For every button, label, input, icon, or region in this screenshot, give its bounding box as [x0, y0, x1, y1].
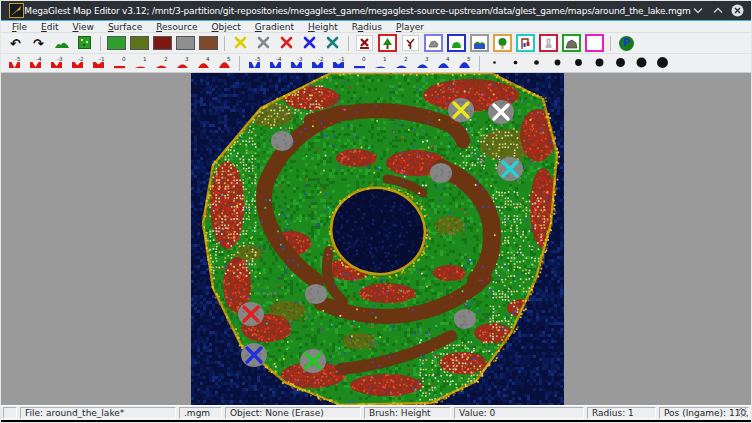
- toolbar-separator: [610, 36, 611, 51]
- menu-resource[interactable]: Resource: [149, 22, 204, 32]
- radius-6-button[interactable]: [590, 54, 609, 72]
- radius-8-button[interactable]: [632, 54, 651, 72]
- minimize-button[interactable]: [691, 4, 704, 17]
- menu-radius[interactable]: Radius: [345, 22, 389, 32]
- surface-texture-brush-button[interactable]: [74, 33, 95, 53]
- radius-9-button[interactable]: [653, 54, 672, 72]
- menu-surface[interactable]: Surface: [101, 22, 149, 32]
- height-brush-1-button[interactable]: 1: [131, 54, 150, 72]
- maximize-button[interactable]: [711, 4, 724, 17]
- object-bush-button[interactable]: [446, 33, 467, 53]
- svg-text:-4: -4: [36, 55, 42, 61]
- object-tree-button[interactable]: [377, 33, 398, 53]
- status-pos-text: Pos (Ingame): 110,5 (220,10): [664, 408, 749, 418]
- height-brush-button[interactable]: [51, 33, 72, 53]
- height-brush--2-button[interactable]: -2: [68, 54, 87, 72]
- surface-grass-button[interactable]: [106, 33, 127, 53]
- resource-custom-red-icon: [280, 34, 293, 53]
- object-water-object-icon: [470, 34, 489, 52]
- object-hanged-icon: [516, 34, 535, 52]
- height-brush--1-button[interactable]: -1: [89, 54, 108, 72]
- resource-custom-teal-button[interactable]: [322, 33, 343, 53]
- player-settings-button[interactable]: P: [616, 33, 637, 53]
- gradient-brush--3-button[interactable]: -3: [287, 54, 306, 72]
- object-big-tree-button[interactable]: [492, 33, 513, 53]
- resource-stone-button[interactable]: [253, 33, 274, 53]
- status-spacer: [3, 407, 17, 419]
- map-canvas[interactable]: [191, 73, 564, 405]
- resize-grip[interactable]: [738, 408, 747, 417]
- resource-custom-red-button[interactable]: [276, 33, 297, 53]
- gradient-brush-2-button[interactable]: 2: [392, 54, 411, 72]
- radius-1-button[interactable]: [485, 54, 504, 72]
- resource-custom-blue-button[interactable]: [299, 33, 320, 53]
- close-button[interactable]: [731, 4, 744, 17]
- surface-ground-button[interactable]: [198, 33, 219, 53]
- radius-7-button[interactable]: [611, 54, 630, 72]
- toolbar-separator: [348, 36, 349, 51]
- object-water-object-button[interactable]: [469, 33, 490, 53]
- map-view[interactable]: [1, 73, 751, 405]
- gradient-brush--1-icon: -1: [331, 54, 346, 73]
- height-brush--5-button[interactable]: -5: [5, 54, 24, 72]
- object-erase-button[interactable]: [354, 33, 375, 53]
- height-brush--4-button[interactable]: -4: [26, 54, 45, 72]
- height-brush-3-button[interactable]: 3: [173, 54, 192, 72]
- radius-3-button[interactable]: [527, 54, 546, 72]
- gradient-brush--1-button[interactable]: -1: [329, 54, 348, 72]
- object-dead-tree-button[interactable]: [400, 33, 421, 53]
- gradient-brush-4-button[interactable]: 4: [434, 54, 453, 72]
- object-statue-icon: [539, 34, 558, 52]
- gradient-brush-1-button[interactable]: 1: [371, 54, 390, 72]
- status-value-text: Value: 0: [459, 408, 495, 418]
- radius-9-icon: [656, 54, 669, 73]
- object-statue-button[interactable]: [538, 33, 559, 53]
- gradient-brush--4-button[interactable]: -4: [266, 54, 285, 72]
- svg-text:2: 2: [164, 55, 168, 61]
- svg-text:3: 3: [425, 55, 429, 61]
- gradient-brush-5-button[interactable]: 5: [455, 54, 474, 72]
- svg-text:-2: -2: [318, 55, 324, 61]
- resource-gold-button[interactable]: [230, 33, 251, 53]
- surface-secondary-grass-button[interactable]: [129, 33, 150, 53]
- menu-edit[interactable]: Edit: [34, 22, 65, 32]
- status-pos: Pos (Ingame): 110,5 (220,10): [659, 407, 749, 419]
- object-hanged-button[interactable]: [515, 33, 536, 53]
- surface-road-button[interactable]: [152, 33, 173, 53]
- menu-view[interactable]: View: [66, 22, 101, 32]
- menu-player[interactable]: Player: [389, 22, 431, 32]
- surface-stone-button[interactable]: [175, 33, 196, 53]
- app-window: MegaGlest Map Editor v3.12; /mnt/3-parti…: [0, 0, 752, 423]
- titlebar: MegaGlest Map Editor v3.12; /mnt/3-parti…: [1, 1, 751, 21]
- height-brush--2-icon: -2: [70, 54, 85, 73]
- height-brush-5-button[interactable]: 5: [215, 54, 234, 72]
- redo-button[interactable]: ↷: [28, 33, 49, 53]
- svg-text:-3: -3: [57, 55, 63, 61]
- gradient-brush-5-icon: 5: [457, 54, 472, 73]
- height-brush--3-button[interactable]: -3: [47, 54, 66, 72]
- radius-4-icon: [551, 54, 564, 73]
- height-brush-0-button[interactable]: 0: [110, 54, 129, 72]
- radius-2-button[interactable]: [506, 54, 525, 72]
- undo-button[interactable]: ↶: [5, 33, 26, 53]
- object-stone-button[interactable]: [423, 33, 444, 53]
- radius-5-button[interactable]: [569, 54, 588, 72]
- gradient-brush-3-button[interactable]: 3: [413, 54, 432, 72]
- menu-object[interactable]: Object: [204, 22, 247, 32]
- brush-toolbar: -5-4-3-2-1012345-5-4-3-2-1012345: [1, 54, 751, 73]
- gradient-brush--5-button[interactable]: -5: [245, 54, 264, 72]
- menu-gradient[interactable]: Gradient: [248, 22, 301, 32]
- radius-4-button[interactable]: [548, 54, 567, 72]
- svg-text:1: 1: [143, 55, 147, 61]
- gradient-brush-1-icon: 1: [373, 54, 388, 73]
- menu-file[interactable]: File: [5, 22, 34, 32]
- gradient-brush-0-button[interactable]: 0: [350, 54, 369, 72]
- main-toolbar: ↶↷P: [1, 33, 751, 54]
- status-object: Object: None (Erase): [225, 407, 361, 419]
- menu-height[interactable]: Height: [301, 22, 345, 32]
- height-brush-4-button[interactable]: 4: [194, 54, 213, 72]
- object-big-rock-button[interactable]: [561, 33, 582, 53]
- object-invisible-button[interactable]: [584, 33, 605, 53]
- gradient-brush--2-button[interactable]: -2: [308, 54, 327, 72]
- height-brush-2-button[interactable]: 2: [152, 54, 171, 72]
